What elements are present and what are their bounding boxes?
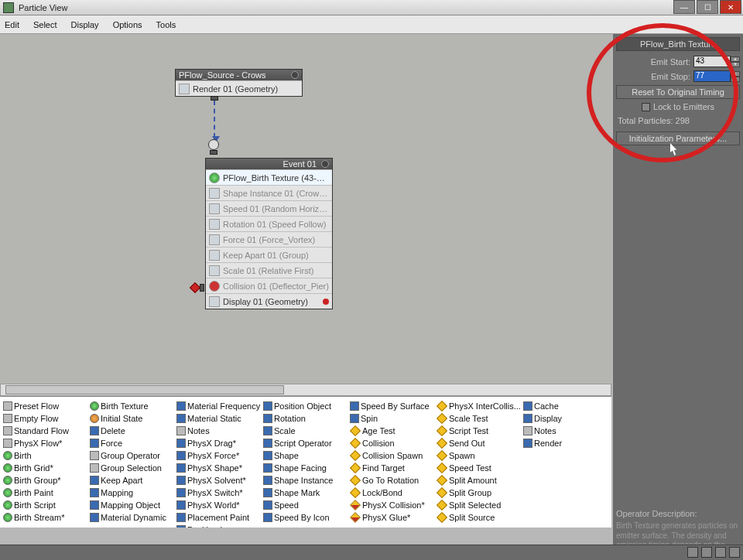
depot-item[interactable]: Cache bbox=[523, 400, 608, 412]
depot-item[interactable]: Shape Mark bbox=[263, 487, 348, 499]
depot-item[interactable]: Birth Stream* bbox=[3, 511, 88, 524]
menu-edit[interactable]: Edit bbox=[5, 20, 19, 29]
depot-item[interactable]: Split Amount bbox=[437, 474, 522, 487]
operator-scale[interactable]: Scale 01 (Relative First) bbox=[206, 262, 332, 278]
depot-item[interactable]: Material Frequency bbox=[176, 400, 262, 412]
emit-start-value[interactable]: 43 bbox=[693, 56, 731, 67]
depot-item[interactable]: PhysX World* bbox=[176, 499, 262, 511]
depot-item[interactable]: PhysX Collision* bbox=[350, 499, 435, 511]
param-rollout-header[interactable]: PFlow_Birth Texture bbox=[616, 37, 740, 51]
close-button[interactable]: ✕ bbox=[720, 0, 741, 14]
depot-item[interactable]: Shape Instance bbox=[263, 474, 348, 487]
operator-render[interactable]: Render 01 (Geometry) bbox=[176, 80, 302, 96]
operator-keep-apart[interactable]: Keep Apart 01 (Group) bbox=[206, 247, 332, 262]
reset-timing-button[interactable]: Reset To Original Timing bbox=[616, 85, 740, 99]
depot-item[interactable]: Script Test bbox=[437, 425, 522, 437]
depot-item[interactable]: Age Test bbox=[350, 425, 435, 437]
depot-item[interactable]: Shape Facing bbox=[263, 462, 348, 474]
depot-item[interactable]: Scale Test bbox=[437, 412, 522, 425]
depot-item[interactable]: Empty Flow bbox=[3, 412, 88, 425]
depot-item[interactable]: Initial State bbox=[90, 412, 175, 425]
spinner-up-icon[interactable]: ▲ bbox=[731, 56, 740, 62]
depot-item[interactable]: Collision Spawn bbox=[350, 449, 435, 462]
spinner-up-icon[interactable]: ▲ bbox=[731, 71, 740, 77]
emit-start-spinner[interactable]: 43 ▲▼ bbox=[693, 56, 740, 67]
depot-item[interactable]: Standard Flow bbox=[3, 425, 88, 437]
emit-stop-spinner[interactable]: 77 ▲▼ bbox=[693, 70, 740, 82]
operator-display[interactable]: Display 01 (Geometry) bbox=[206, 293, 332, 309]
depot-item[interactable]: Delete bbox=[90, 425, 175, 437]
node-title[interactable]: PFlow_Source - Crows bbox=[176, 70, 302, 80]
depot-item[interactable]: Render bbox=[523, 437, 608, 449]
operator-force[interactable]: Force 01 (Force_Vortex) bbox=[206, 231, 332, 247]
depot-item[interactable]: Group Operator bbox=[90, 449, 175, 462]
menu-options[interactable]: Options bbox=[113, 20, 142, 29]
node-top-tab[interactable] bbox=[210, 150, 217, 155]
depot-item[interactable]: Birth Texture bbox=[90, 400, 175, 412]
depot-item[interactable]: Display bbox=[523, 412, 608, 425]
depot-item[interactable]: Scale bbox=[263, 425, 348, 437]
minimize-button[interactable]: — bbox=[673, 0, 695, 14]
depot-item[interactable]: Lock/Bond bbox=[350, 487, 435, 499]
depot-item[interactable]: Material Static bbox=[176, 412, 262, 425]
depot-item[interactable]: Birth Grid* bbox=[3, 462, 88, 474]
menu-tools[interactable]: Tools bbox=[156, 20, 176, 29]
status-icon-2[interactable] bbox=[701, 547, 712, 558]
depot-item[interactable]: Mapping Object bbox=[90, 499, 175, 511]
depot-item[interactable]: Mapping bbox=[90, 487, 175, 499]
initialization-parameters-button[interactable]: Initialization Parameters... bbox=[616, 131, 740, 145]
depot-item[interactable]: Keep Apart bbox=[90, 474, 175, 487]
depot-item[interactable]: PhysX Shape* bbox=[176, 462, 262, 474]
menu-display[interactable]: Display bbox=[71, 20, 99, 29]
depot-item[interactable]: Split Source bbox=[437, 511, 522, 524]
depot-item[interactable]: PhysX Glue* bbox=[350, 511, 435, 524]
schematic-canvas[interactable]: PFlow_Source - Crows Render 01 (Geometry… bbox=[0, 34, 611, 384]
depot-item[interactable]: Speed By Icon bbox=[263, 511, 348, 524]
depot-item[interactable]: PhysX Force* bbox=[176, 449, 262, 462]
operator-rotation[interactable]: Rotation 01 (Speed Follow) bbox=[206, 216, 332, 231]
depot-item[interactable]: Birth bbox=[3, 449, 88, 462]
status-icon-1[interactable] bbox=[687, 547, 698, 558]
depot-item[interactable]: Send Out bbox=[437, 437, 522, 449]
operator-shape-instance[interactable]: Shape Instance 01 (Crow_... bbox=[206, 185, 332, 200]
depot-item[interactable]: PhysX Flow* bbox=[3, 437, 88, 449]
depot-item[interactable]: Speed By Surface bbox=[350, 400, 435, 412]
depot-item[interactable]: Go To Rotation bbox=[350, 474, 435, 487]
operator-birth-texture[interactable]: PFlow_Birth Texture (43-77 ... bbox=[206, 169, 332, 185]
operator-collision[interactable]: Collision 01 (Deflector_Pier) bbox=[206, 278, 332, 293]
depot-item[interactable]: PhysX Switch* bbox=[176, 487, 262, 499]
bulb-icon[interactable] bbox=[291, 71, 299, 79]
spinner-down-icon[interactable]: ▼ bbox=[731, 62, 740, 67]
side-port-diamond[interactable] bbox=[190, 282, 200, 293]
depot-item[interactable]: Birth Script bbox=[3, 499, 88, 511]
status-icon-3[interactable] bbox=[715, 547, 726, 558]
depot-item[interactable]: Rotation bbox=[263, 412, 348, 425]
node-pflow-source[interactable]: PFlow_Source - Crows Render 01 (Geometry… bbox=[175, 69, 303, 97]
depot-item[interactable]: Placement Paint bbox=[176, 511, 262, 524]
depot-item[interactable]: Position Object bbox=[263, 400, 348, 412]
depot-item[interactable]: Force bbox=[90, 437, 175, 449]
depot-item[interactable]: Split Selected bbox=[437, 499, 522, 511]
input-port[interactable] bbox=[208, 139, 219, 150]
depot-item[interactable]: Find Target bbox=[350, 462, 435, 474]
depot-item[interactable]: Speed Test bbox=[437, 462, 522, 474]
bulb-icon[interactable] bbox=[321, 160, 329, 168]
depot-item[interactable]: Group Selection bbox=[90, 462, 175, 474]
scrollbar-thumb[interactable] bbox=[5, 385, 284, 394]
depot-item[interactable]: Notes bbox=[523, 425, 608, 437]
depot-item[interactable]: Script Operator bbox=[263, 437, 348, 449]
depot-item[interactable]: Spawn bbox=[437, 449, 522, 462]
emit-stop-value[interactable]: 77 bbox=[693, 70, 731, 82]
canvas-hscrollbar[interactable] bbox=[0, 384, 611, 396]
depot-item[interactable]: Shape bbox=[263, 449, 348, 462]
node-title[interactable]: Event 01 bbox=[206, 159, 332, 169]
depot-item[interactable]: Split Group bbox=[437, 487, 522, 499]
depot-item[interactable]: Birth Paint bbox=[3, 487, 88, 499]
depot-item[interactable]: Birth Group* bbox=[3, 474, 88, 487]
depot-item[interactable]: Position Icon bbox=[176, 524, 262, 528]
depot-item[interactable]: PhysX Drag* bbox=[176, 437, 262, 449]
lock-to-emitters-checkbox[interactable] bbox=[642, 103, 650, 111]
menu-select[interactable]: Select bbox=[33, 20, 57, 29]
depot-item[interactable]: Collision bbox=[350, 437, 435, 449]
node-event-01[interactable]: Event 01 PFlow_Birth Texture (43-77 ... … bbox=[205, 158, 333, 309]
